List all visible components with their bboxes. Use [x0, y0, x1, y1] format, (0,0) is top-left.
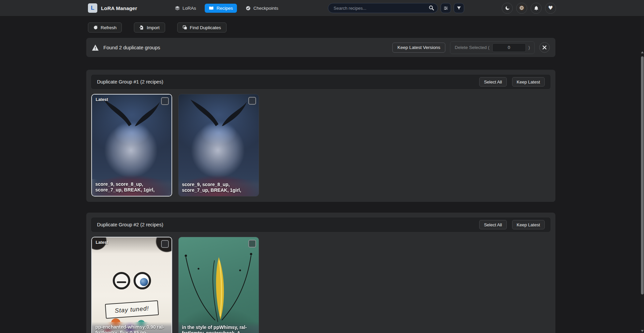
scrollbar-down-arrow[interactable] [641, 330, 644, 332]
navbar: L LoRA Manager LoRAs Recipes Checkpoints [0, 0, 644, 16]
group-1-title: Duplicate Group #1 (2 recipes) [97, 79, 163, 85]
close-icon [542, 45, 547, 50]
nav-tab-checkpoints[interactable]: Checkpoints [242, 4, 282, 13]
feather-branches-artwork [179, 237, 259, 333]
layers-icon [175, 6, 180, 11]
delete-selected-control[interactable]: Delete Selected ( ) [450, 41, 535, 54]
group-2-header: Duplicate Group #2 (2 recipes) Select Al… [91, 218, 550, 232]
group-2-title: Duplicate Group #2 (2 recipes) [97, 222, 163, 227]
main-nav: LoRAs Recipes Checkpoints [171, 4, 283, 13]
app-window: L LoRA Manager LoRAs Recipes Checkpoints [0, 0, 644, 333]
settings-button[interactable]: ⚙ [516, 3, 527, 14]
group-1-select-all-button[interactable]: Select All [479, 77, 506, 87]
warning-icon [92, 45, 99, 51]
recipe-card[interactable]: Latest score_9, score_8_up, score_7_up, … [91, 94, 172, 197]
scrollbar-up-arrow[interactable] [641, 51, 644, 53]
nav-tab-recipes-label: Recipes [216, 6, 233, 11]
scrollbar-track[interactable] [640, 16, 644, 333]
recipe-checkbox[interactable] [248, 97, 256, 105]
import-label: Import [147, 25, 159, 30]
alert-message-area: Found 2 duplicate groups [92, 45, 160, 51]
file-import-icon [139, 25, 144, 30]
filter-funnel-icon [456, 6, 461, 11]
support-button[interactable]: ♥ [545, 3, 556, 14]
find-duplicates-label: Find Duplicates [190, 25, 221, 30]
alert-actions: Keep Latest Versions Delete Selected ( ) [392, 41, 550, 54]
recipe-image-yellow-feather [179, 237, 259, 333]
navbar-actions: ⚙ ♥ [502, 3, 556, 14]
heart-icon: ♥ [548, 5, 553, 11]
nav-tab-checkpoints-label: Checkpoints [253, 6, 278, 11]
find-duplicates-button[interactable]: Find Duplicates [177, 22, 227, 33]
alert-message: Found 2 duplicate groups [103, 45, 160, 50]
close-alert-button[interactable] [539, 42, 550, 53]
duplicate-group-2: Duplicate Group #2 (2 recipes) Select Al… [86, 213, 555, 333]
group-2-select-all-button[interactable]: Select All [479, 220, 506, 229]
theme-toggle-button[interactable] [502, 3, 513, 14]
notifications-button[interactable] [531, 3, 542, 14]
latest-badge: Latest [96, 97, 108, 102]
nav-tab-loras-label: LoRAs [183, 6, 196, 11]
group-1-cards: Latest score_9, score_8_up, score_7_up, … [91, 94, 550, 197]
recipe-caption: pp-enchanted-whimsy:0.90 ral-frctlgmtry_… [92, 322, 171, 333]
recipe-caption: in the style of ppWhimsy, ral-frctlgmtry… [179, 322, 259, 333]
refresh-label: Refresh [101, 25, 116, 30]
search-icon[interactable] [429, 5, 434, 11]
sliders-icon [443, 6, 448, 11]
group-2-actions: Select All Keep Latest [479, 220, 545, 229]
group-1-actions: Select All Keep Latest [479, 77, 545, 87]
recipe-checkbox[interactable] [248, 240, 256, 247]
selected-count-input[interactable] [492, 43, 526, 52]
refresh-button[interactable]: Refresh [88, 22, 122, 33]
nav-tab-recipes[interactable]: Recipes [205, 4, 237, 13]
gear-icon: ⚙ [519, 5, 524, 11]
group-1-keep-latest-button[interactable]: Keep Latest [512, 77, 545, 87]
duplicates-icon [183, 25, 187, 30]
filter-button[interactable] [454, 3, 464, 13]
check-circle-icon [246, 6, 251, 11]
nav-tab-loras[interactable]: LoRAs [171, 4, 200, 13]
recipe-checkbox[interactable] [161, 240, 169, 248]
recipe-image-whimsical-cat: Stay tuned! [92, 237, 171, 333]
scrollbar-thumb[interactable] [641, 56, 644, 294]
refresh-icon [93, 25, 98, 30]
toolbar: Refresh Import Find Duplicates [88, 22, 227, 33]
bell-icon [534, 5, 539, 11]
import-button[interactable]: Import [134, 22, 165, 33]
sort-options-button[interactable] [441, 3, 451, 13]
group-2-cards: Stay tuned! Latest pp-enchanted-whimsy:0… [91, 237, 550, 333]
cat-glasses-artwork [113, 272, 151, 289]
search-input[interactable] [328, 3, 438, 13]
duplicates-alert-banner: Found 2 duplicate groups Keep Latest Ver… [86, 38, 555, 57]
delete-selected-suffix: ) [529, 45, 530, 50]
brand: L LoRA Manager [88, 3, 137, 13]
recipe-checkbox[interactable] [161, 97, 169, 105]
recipe-caption: score_9, score_8_up, score_7_up, BREAK, … [92, 179, 171, 196]
group-2-keep-latest-button[interactable]: Keep Latest [512, 220, 545, 229]
duplicate-group-1: Duplicate Group #1 (2 recipes) Select Al… [86, 70, 555, 202]
search [328, 3, 438, 13]
latest-badge: Latest [96, 240, 108, 245]
keep-latest-versions-button[interactable]: Keep Latest Versions [392, 43, 445, 53]
recipe-card[interactable]: score_9, score_8_up, score_7_up, BREAK, … [178, 94, 259, 197]
moon-icon [505, 5, 510, 11]
group-1-header: Duplicate Group #1 (2 recipes) Select Al… [91, 75, 550, 89]
app-title: LoRA Manager [101, 5, 137, 11]
book-icon [209, 6, 214, 11]
app-logo-icon: L [88, 3, 97, 13]
stay-tuned-sign: Stay tuned! [105, 300, 159, 319]
delete-selected-prefix: Delete Selected ( [455, 45, 490, 50]
recipe-card[interactable]: Stay tuned! Latest pp-enchanted-whimsy:0… [91, 237, 172, 333]
recipe-caption: score_9, score_8_up, score_7_up, BREAK, … [179, 179, 259, 196]
recipe-card[interactable]: in the style of ppWhimsy, ral-frctlgmtry… [178, 237, 259, 333]
